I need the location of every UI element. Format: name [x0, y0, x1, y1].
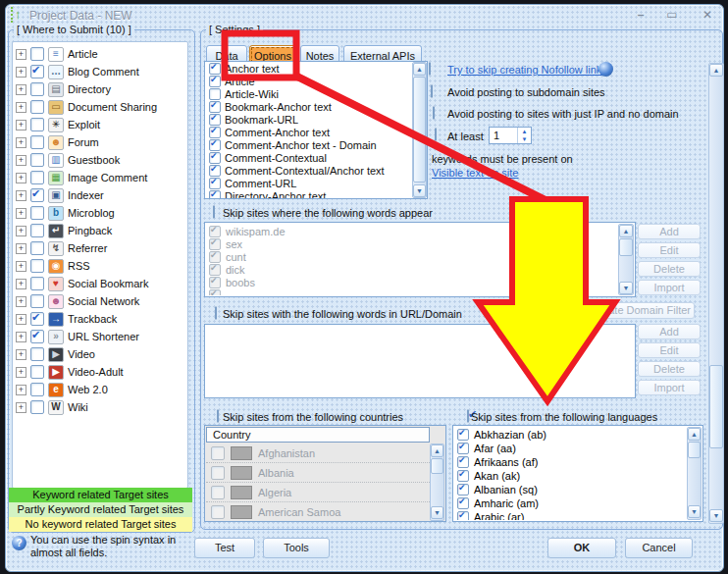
country-row[interactable]: American Samoa [206, 502, 430, 521]
link-type-checkbox[interactable] [209, 178, 221, 189]
link-type-row[interactable]: Comment-Anchor text [206, 126, 410, 138]
tree-row[interactable]: + b Microblog [14, 204, 186, 222]
tree-row[interactable]: + ☻ Social Network [14, 292, 186, 310]
maximize-button[interactable]: ▭ [663, 8, 681, 23]
bad-word-checkbox[interactable] [209, 251, 221, 263]
language-checkbox[interactable] [457, 429, 469, 441]
bad-word-row[interactable]: boobs [206, 276, 616, 288]
link-type-row[interactable]: Article-Wiki [206, 87, 410, 100]
skip-words-checkbox[interactable] [213, 205, 215, 219]
url-add-button[interactable]: Add [638, 324, 701, 339]
tree-item-checkbox[interactable] [30, 224, 44, 237]
tree-row[interactable]: + ▶ Video [14, 345, 186, 363]
link-types-scroll-thumb[interactable] [413, 77, 426, 183]
bad-word-checkbox[interactable] [209, 264, 221, 276]
language-checkbox[interactable] [457, 497, 469, 509]
language-checkbox[interactable] [457, 456, 469, 468]
words-edit-button[interactable]: Edit [638, 242, 701, 258]
tree-item-checkbox[interactable] [30, 65, 44, 78]
tree-row[interactable]: + ▤ Directory [14, 80, 186, 98]
countries-scroll-thumb[interactable] [431, 458, 443, 474]
avoid-ip-checkbox[interactable] [433, 106, 435, 120]
tree-row[interactable]: + ▶ Video-Adult [14, 363, 186, 381]
link-type-row[interactable]: Comment-URL [206, 177, 410, 189]
url-delete-button[interactable]: Delete [638, 361, 701, 377]
expand-plus-icon[interactable]: + [16, 332, 26, 342]
link-type-checkbox[interactable] [209, 88, 221, 100]
link-type-checkbox[interactable] [209, 76, 221, 87]
tree-item-checkbox[interactable] [30, 241, 44, 255]
link-type-row[interactable]: Directory-Anchor text [206, 189, 410, 198]
tree-row[interactable]: + ♥ Social Bookmark [14, 275, 186, 292]
scroll-up-icon[interactable]: ▲ [413, 63, 426, 76]
tree-item-checkbox[interactable] [30, 171, 44, 184]
link-type-row[interactable]: Comment-Anchor text - Domain [206, 138, 410, 151]
link-type-row[interactable]: Article [206, 75, 410, 87]
expand-plus-icon[interactable]: + [16, 349, 26, 360]
expand-plus-icon[interactable]: + [16, 367, 26, 378]
skip-languages-checkbox[interactable] [467, 409, 469, 423]
link-type-row[interactable]: Bookmark-Anchor text [206, 100, 410, 113]
scroll-up-icon[interactable]: ▲ [431, 444, 443, 457]
language-checkbox[interactable] [457, 511, 469, 520]
scroll-up-icon[interactable]: ▲ [619, 225, 633, 237]
url-edit-button[interactable]: Edit [638, 342, 701, 358]
language-row[interactable]: Afrikaans (af) [454, 455, 685, 469]
link-type-row[interactable]: Anchor text [206, 62, 410, 75]
settings-scroll-thumb[interactable] [709, 365, 723, 448]
link-type-row[interactable]: Comment-Contextual/Anchor text [206, 164, 410, 177]
language-row[interactable]: Afar (aa) [454, 442, 685, 455]
skip-url-words-checkbox[interactable] [215, 306, 217, 320]
tree-row[interactable]: + ↵ Pingback [14, 222, 186, 239]
at-least-checkbox[interactable] [435, 128, 437, 141]
tree-row[interactable]: + ✳ Exploit [14, 116, 186, 133]
language-row[interactable]: Akan (ak) [454, 469, 685, 483]
link-type-checkbox[interactable] [209, 114, 221, 126]
expand-plus-icon[interactable]: + [16, 102, 26, 113]
expand-plus-icon[interactable]: + [16, 314, 26, 325]
expand-plus-icon[interactable]: + [16, 84, 26, 95]
close-button[interactable]: ✕ [699, 8, 716, 23]
tree-item-checkbox[interactable] [30, 188, 44, 202]
nofollow-checkbox[interactable] [429, 62, 431, 76]
languages-scroll-thumb[interactable] [688, 442, 701, 458]
expand-plus-icon[interactable]: + [16, 296, 26, 307]
avoid-subdomain-checkbox[interactable] [431, 84, 433, 98]
bad-word-checkbox[interactable] [209, 226, 221, 237]
tree-row[interactable]: + ▥ Guestbook [14, 151, 186, 169]
tree-row[interactable]: + … Blog Comment [14, 63, 186, 80]
expand-plus-icon[interactable]: + [16, 120, 26, 130]
tree-row[interactable]: + e Web 2.0 [14, 381, 186, 398]
expand-plus-icon[interactable]: + [16, 226, 26, 236]
stepper-arrows-icon[interactable]: ▲▼ [517, 128, 531, 143]
skip-countries-checkbox[interactable] [217, 409, 219, 423]
tree-item-checkbox[interactable] [30, 153, 44, 167]
tree-item-checkbox[interactable] [30, 330, 44, 343]
link-type-checkbox[interactable] [209, 190, 221, 199]
tree-row[interactable]: + ≡ Article [14, 45, 186, 63]
cancel-button[interactable]: Cancel [625, 538, 693, 558]
tree-item-checkbox[interactable] [30, 118, 44, 131]
scroll-up-icon[interactable]: ▲ [688, 428, 701, 441]
tree-item-checkbox[interactable] [30, 277, 44, 290]
tree-item-checkbox[interactable] [30, 365, 44, 379]
language-row[interactable]: Arabic (ar) [454, 510, 685, 520]
country-row[interactable]: Albania [206, 463, 430, 483]
words-delete-button[interactable]: Delete [638, 261, 701, 277]
tree-item-checkbox[interactable] [30, 259, 44, 273]
tree-row[interactable]: + ▦ Image Comment [14, 169, 186, 186]
language-checkbox[interactable] [457, 443, 469, 454]
link-type-row[interactable]: Comment-Contextual [206, 151, 410, 164]
language-checkbox[interactable] [457, 470, 469, 482]
countries-header[interactable]: Country [206, 427, 430, 443]
tree-item-checkbox[interactable] [30, 206, 44, 220]
tree-row[interactable]: + W Wiki [14, 398, 186, 416]
expand-plus-icon[interactable]: + [16, 49, 26, 60]
expand-plus-icon[interactable]: + [16, 402, 26, 413]
bad-word-checkbox[interactable] [209, 238, 221, 250]
scroll-down-icon[interactable]: ▼ [413, 184, 426, 197]
tools-button[interactable]: Tools [263, 538, 330, 558]
language-row[interactable]: Amharic (am) [454, 496, 685, 510]
minimize-button[interactable]: – [632, 8, 650, 23]
tree-item-checkbox[interactable] [30, 400, 44, 414]
